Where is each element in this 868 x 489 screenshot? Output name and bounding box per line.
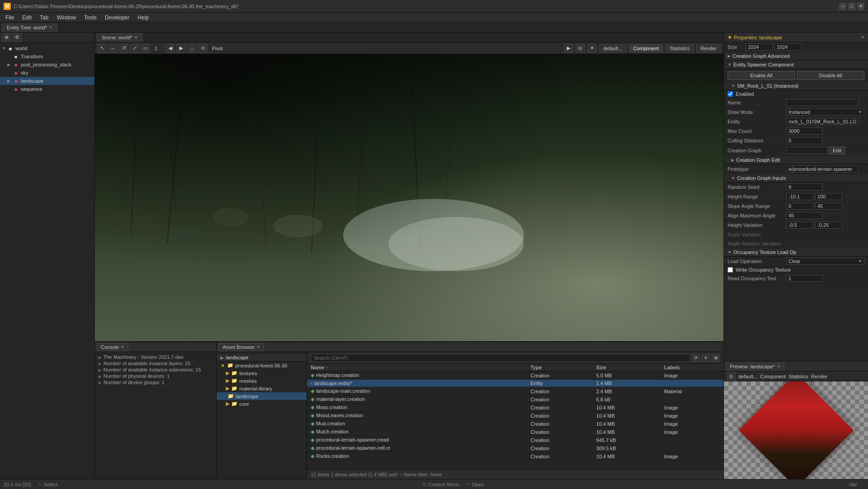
vp-tool-rect[interactable]: ▭ [141,44,150,53]
asset-tree-item-1[interactable]: ▶ 📁 textures [217,369,307,377]
maximize-button[interactable]: □ [848,3,855,10]
asset-file-row-1[interactable]: ▪landscape.entity* Entity 1.4 MB [307,380,723,387]
size-width-input[interactable] [746,43,773,51]
preview-camera-btn[interactable]: ◎ [727,372,736,381]
asset-tree-item-2[interactable]: ▶ 📁 meshes [217,377,307,385]
slope-angle-max-input[interactable] [815,202,842,210]
asset-browser-tab-close[interactable]: ✕ [257,344,260,349]
load-op-dropdown[interactable]: Clear ▼ [786,258,864,265]
menu-tab[interactable]: Tab [36,14,52,22]
prototype-input[interactable] [786,165,859,173]
vp-tool-rotate[interactable]: ↺ [119,44,128,53]
read-occ-input[interactable] [786,275,822,282]
vp-tool-home[interactable]: ⌂ [187,44,196,53]
status-select[interactable]: ↖ Select [38,482,58,487]
asset-file-row-0[interactable]: ◆Heightmap.creation Creation 5.0 MB Imag… [307,371,723,380]
asset-file-row-7[interactable]: ◆Mulch.creation Creation 10.4 MB Image [307,428,723,436]
tree-item-world[interactable]: ▼ ◆ world [0,44,94,52]
vp-tool-scale[interactable]: ⤢ [130,44,139,53]
tree-item-sky[interactable]: ■ sky [0,69,94,77]
vp-tool-prev[interactable]: ◀ [166,44,175,53]
entity-tree-toolbar-btn1[interactable]: ⊕ [2,33,11,42]
asset-file-row-9[interactable]: ◆procedural-terrain-spawner-cell.cr Crea… [307,444,723,452]
random-seed-input[interactable] [786,183,822,191]
menu-file[interactable]: File [2,14,18,22]
vp-default-btn[interactable]: default... [599,44,626,52]
slope-angle-min-input[interactable] [786,202,813,210]
asset-tree-item-4[interactable]: 📁 landscape [217,392,307,400]
align-max-input[interactable] [786,212,822,219]
entity-input[interactable] [786,118,859,125]
status-context-menu[interactable]: ☰ Context Menu [422,482,459,487]
vp-tool-move[interactable]: ↔ [108,44,117,53]
vp-statistics-btn[interactable]: Statistics [666,44,694,52]
menu-help[interactable]: Help [134,14,153,22]
asset-file-row-5[interactable]: ◆MossLeaves.creation Creation 10.4 MB Im… [307,412,723,420]
asset-refresh-btn[interactable]: ⟳ [692,354,700,362]
preview-tab-close[interactable]: ✕ [777,364,780,369]
entity-tree-tab[interactable]: Entity Tree: world* ✕ [2,24,57,32]
max-count-input[interactable] [786,127,822,135]
viewport-tab-scene[interactable]: Scene: world* ✕ [97,33,143,42]
asset-file-row-4[interactable]: ◆Moss.creation Creation 10.4 MB Image [307,404,723,412]
culling-dist-input[interactable] [786,137,822,144]
col-labels[interactable]: Labels [661,364,723,371]
tree-item-landscape[interactable]: ▶ ■ landscape [0,77,94,85]
vp-camera-btn[interactable]: ◎ [576,44,585,53]
console-tab-close[interactable]: ✕ [121,344,124,349]
size-height-input[interactable] [775,43,802,51]
vp-tool-select[interactable]: ↖ [98,44,107,53]
vp-tool-next[interactable]: ▶ [177,44,186,53]
tree-item-transform[interactable]: ■ Transform [0,52,94,61]
preview-statistics-label[interactable]: Statistics [789,374,808,379]
preview-component-label[interactable]: Component [760,374,786,379]
menu-window[interactable]: Window [53,14,79,22]
disable-all-btn[interactable]: Disable All [797,71,865,80]
height-range-max-input[interactable] [815,193,842,200]
menu-developer[interactable]: Developer [101,14,133,22]
preview-tab[interactable]: Preview: landscape* ✕ [726,362,784,371]
asset-file-row-6[interactable]: ◆Mud.creation Creation 10.4 MB Image [307,420,723,428]
asset-tree-item-0[interactable]: ▼ 📁 procedural-forest-06-30 [217,362,307,369]
entity-tree-tab-close[interactable]: ✕ [49,25,52,30]
asset-tree-item-3[interactable]: ▶ 📁 material-library [217,385,307,392]
props-close-btn[interactable]: ✕ [861,35,864,40]
section-occupancy[interactable]: ▼ Occupancy Texture Load Op [724,248,868,257]
creation-graph-input[interactable] [786,147,827,154]
asset-filter-btn[interactable]: ≡ [702,354,710,362]
name-input[interactable] [786,99,859,106]
status-open[interactable]: ↵ Open [467,482,484,487]
console-tab[interactable]: Console ✕ [97,343,128,351]
col-name[interactable]: Name ↑ [307,364,527,371]
height-var-max-input[interactable] [815,221,842,229]
preview-default-label[interactable]: default... [738,374,757,379]
tree-item-sequence[interactable]: ■ sequence [0,85,94,93]
asset-view-btn[interactable]: ⊞ [712,354,720,362]
height-var-min-input[interactable] [786,221,813,229]
viewport-tab-close[interactable]: ✕ [134,35,138,40]
asset-breadcrumb[interactable]: ▶ landscape [217,354,307,362]
asset-search-input[interactable] [311,354,690,362]
asset-file-row-2[interactable]: ◆landscape-main.creation Creation 2.4 MB… [307,387,723,395]
section-entity-spawner[interactable]: ▼ Entity Spawner Component [724,61,868,69]
menu-edit[interactable]: Edit [19,14,35,22]
vp-tool-pivot[interactable]: ⊙ [198,44,207,53]
enable-all-btn[interactable]: Enable All [728,71,795,80]
viewport-canvas[interactable] [95,54,723,341]
height-range-min-input[interactable] [786,193,813,200]
write-occ-checkbox[interactable] [728,267,733,273]
asset-file-row-8[interactable]: ◆procedural-terrain-spawner.creati Creat… [307,436,723,444]
menu-tools[interactable]: Tools [80,14,100,22]
enabled-checkbox[interactable] [728,91,733,97]
draw-mode-dropdown[interactable]: Instanced ▼ [786,108,864,116]
asset-file-row-3[interactable]: ◆material-layer.creation Creation 6.8 kB [307,395,723,404]
section-creation-graph-advanced[interactable]: ▶ Creation Graph Advanced [724,52,868,61]
close-button[interactable]: ✕ [857,3,864,10]
asset-tree-item-5[interactable]: ▶ 📁 core [217,400,307,408]
minimize-button[interactable]: ─ [839,3,846,10]
entity-tree-toolbar-btn2[interactable]: ⚙ [13,33,22,42]
section-sm-rock[interactable]: ▼ SM_Rock_L_01 (Instanced) [724,82,868,90]
preview-render-label[interactable]: Render [811,374,827,379]
creation-graph-edit-btn[interactable]: Edit [829,146,845,155]
asset-file-row-10[interactable]: ◆Rocks.creation Creation 10.4 MB Image [307,452,723,461]
